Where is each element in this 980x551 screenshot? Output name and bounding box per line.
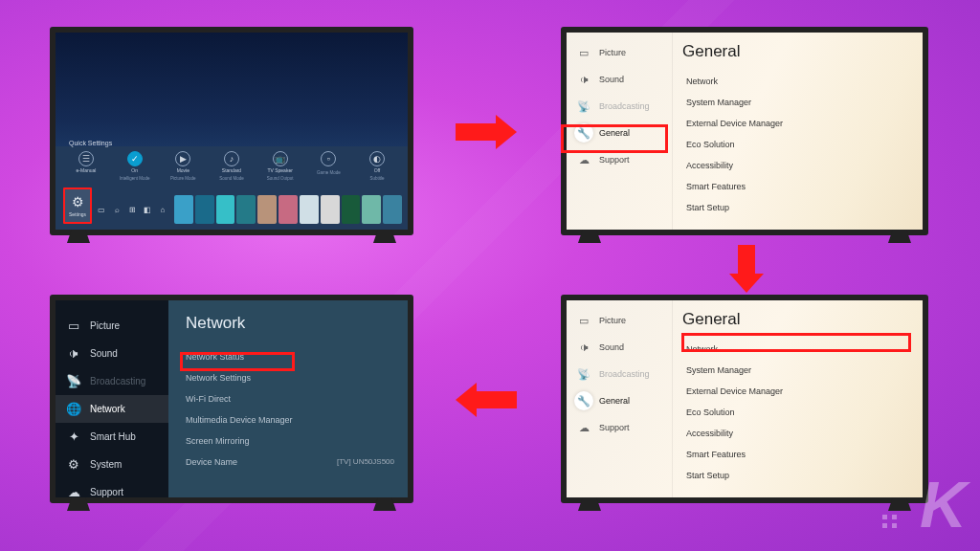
qs-item-sublabel: Subtitle <box>369 176 384 181</box>
qs-item-label: Standard <box>222 168 241 174</box>
sidebar-item-label: Sound <box>90 348 118 359</box>
sidebar-item-sound[interactable]: 🕩Sound <box>56 340 168 367</box>
menu-item-start-setup[interactable]: Start Setup <box>682 197 907 218</box>
sidebar-item-label: Broadcasting <box>599 101 650 111</box>
sidebar-item-broadcasting[interactable]: 📡Broadcasting <box>574 364 672 385</box>
qs-item-icon: 📺 <box>273 151 288 166</box>
sidebar-item-sound[interactable]: 🕩Sound <box>574 69 672 90</box>
quick-settings-title: Quick Settings <box>69 140 112 146</box>
menu-item-start-setup[interactable]: Start Setup <box>682 465 907 486</box>
picture-icon: ▭ <box>574 311 593 330</box>
watermark-k: K <box>920 467 963 541</box>
search-icon[interactable]: ⌕ <box>111 204 122 215</box>
menu-item-network-status[interactable]: Network Status <box>186 346 394 367</box>
panel-title: Network <box>186 314 394 333</box>
qs-item-sublabel: Intelligent Mode <box>120 176 150 181</box>
app-tile[interactable] <box>236 195 256 224</box>
sidebar-item-picture[interactable]: ▭Picture <box>574 42 672 63</box>
app-tile[interactable] <box>257 195 277 224</box>
general-icon: 🔧 <box>574 391 593 410</box>
settings-sidebar-light: ▭Picture🕩Sound📡Broadcasting🔧General☁Supp… <box>567 300 672 497</box>
sidebar-item-picture[interactable]: ▭Picture <box>56 312 168 340</box>
arrow-step-2-to-3 <box>729 245 764 293</box>
app-tile[interactable] <box>278 195 298 224</box>
sidebar-item-support[interactable]: ☁Support <box>56 478 168 506</box>
sidebar-item-label: Picture <box>90 320 120 331</box>
support-icon: ☁ <box>574 418 593 437</box>
quick-settings-item[interactable]: ♪ Standard Sound Mode <box>211 151 253 181</box>
sidebar-item-network[interactable]: 🌐Network <box>56 395 168 423</box>
quick-settings-item[interactable]: ☰ e-Manual <box>65 151 107 181</box>
system-icon: ⚙ <box>65 457 82 472</box>
quick-settings-screen: Quick Settings ☰ e-Manual ✓ On Intellige… <box>56 33 408 230</box>
menu-item-device-name[interactable]: Device Name[TV] UN50JS500 <box>186 452 394 473</box>
menu-item-system-manager[interactable]: System Manager <box>682 92 907 113</box>
broadcast-icon: 📡 <box>65 374 82 388</box>
general-items-list: NetworkSystem ManagerExternal Device Man… <box>682 71 907 218</box>
app-tile[interactable] <box>321 195 340 224</box>
menu-item-network[interactable]: Network <box>682 71 907 92</box>
sidebar-item-smart-hub[interactable]: ✦Smart Hub <box>56 423 168 451</box>
menu-item-wi-fi-direct[interactable]: Wi-Fi Direct <box>186 388 394 409</box>
menu-item-accessibility[interactable]: Accessibility <box>682 423 907 444</box>
menu-item-system-manager[interactable]: System Manager <box>682 360 907 381</box>
app-tiles <box>174 195 402 224</box>
sidebar-item-general[interactable]: 🔧General <box>574 122 672 143</box>
menu-item-network[interactable]: Network <box>682 339 907 360</box>
quick-settings-item[interactable]: ▶ Movie Picture Mode <box>162 151 204 181</box>
menu-item-eco-solution[interactable]: Eco Solution <box>682 134 907 155</box>
app-tile[interactable] <box>300 195 319 224</box>
menu-item-multimedia-device-manager[interactable]: Multimedia Device Manager <box>186 409 394 430</box>
menu-item-label: Network Status <box>186 352 244 362</box>
apps-icon[interactable]: ⊞ <box>126 204 138 215</box>
app-tile[interactable] <box>195 195 214 224</box>
quick-settings-item[interactable]: 📺 TV Speaker Sound Output <box>259 151 301 181</box>
app-tile[interactable] <box>174 195 193 224</box>
sidebar-item-support[interactable]: ☁Support <box>574 417 672 438</box>
sidebar-item-support[interactable]: ☁Support <box>574 149 672 170</box>
app-tile[interactable] <box>342 195 361 224</box>
menu-item-label: Screen Mirroring <box>186 436 250 446</box>
tv-screenshot-3-network-highlighted: ▭Picture🕩Sound📡Broadcasting🔧General☁Supp… <box>561 295 928 503</box>
settings-main-light: General NetworkSystem ManagerExternal De… <box>672 33 923 230</box>
qs-item-icon: ◐ <box>369 151 385 166</box>
source-icon[interactable]: ▭ <box>96 204 107 215</box>
arrow-step-3-to-4 <box>456 383 517 417</box>
sidebar-item-sound[interactable]: 🕩Sound <box>574 337 672 358</box>
menu-item-label: Device Name <box>186 457 237 467</box>
menu-item-eco-solution[interactable]: Eco Solution <box>682 402 907 423</box>
sidebar-item-general[interactable]: 🔧General <box>574 390 672 411</box>
menu-item-accessibility[interactable]: Accessibility <box>682 155 907 176</box>
ambient-icon[interactable]: ◧ <box>142 204 153 215</box>
quick-settings-item[interactable]: ▫ Game Mode <box>307 151 349 181</box>
app-tile[interactable] <box>362 195 381 224</box>
arrow-step-1-to-2 <box>456 115 517 149</box>
menu-item-smart-features[interactable]: Smart Features <box>682 444 907 465</box>
sidebar-item-label: Smart Hub <box>90 431 136 442</box>
quick-settings-item[interactable]: ◐ Off Subtitle <box>356 151 398 181</box>
menu-item-screen-mirroring[interactable]: Screen Mirroring <box>186 430 394 452</box>
support-icon: ☁ <box>574 150 593 169</box>
qs-item-label: e-Manual <box>77 168 97 174</box>
sidebar-item-system[interactable]: ⚙System <box>56 451 168 478</box>
menu-item-external-device-manager[interactable]: External Device Manager <box>682 113 907 134</box>
menu-item-label: Multimedia Device Manager <box>186 415 293 425</box>
app-tile[interactable] <box>216 195 235 224</box>
home-icon[interactable]: ⌂ <box>157 204 168 215</box>
sidebar-item-broadcasting[interactable]: 📡Broadcasting <box>574 96 672 117</box>
menu-item-external-device-manager[interactable]: External Device Manager <box>682 381 907 402</box>
quick-settings-item[interactable]: ✓ On Intelligent Mode <box>114 151 156 181</box>
settings-sidebar-light: ▭Picture🕩Sound📡Broadcasting🔧General☁Supp… <box>567 33 672 230</box>
sound-icon: 🕩 <box>574 70 593 89</box>
sound-icon: 🕩 <box>574 338 593 357</box>
settings-button-highlighted[interactable]: ⚙ Settings <box>63 187 92 224</box>
sidebar-item-picture[interactable]: ▭Picture <box>574 310 672 331</box>
quick-settings-row: ☰ e-Manual ✓ On Intelligent Mode▶ Movie … <box>65 151 398 181</box>
qs-item-icon: ▫ <box>321 151 336 166</box>
qs-item-icon: ☰ <box>78 151 94 166</box>
menu-item-smart-features[interactable]: Smart Features <box>682 176 907 197</box>
app-tile[interactable] <box>383 195 402 224</box>
sidebar-item-label: General <box>599 128 630 138</box>
sidebar-item-broadcasting[interactable]: 📡Broadcasting <box>56 367 168 395</box>
menu-item-network-settings[interactable]: Network Settings <box>186 367 394 388</box>
